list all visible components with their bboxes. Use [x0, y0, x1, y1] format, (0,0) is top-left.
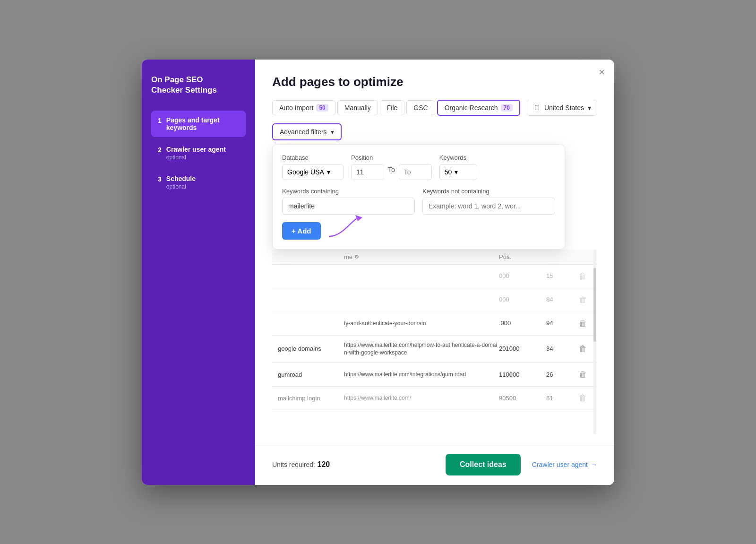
delete-row-button[interactable]: 🗑: [575, 318, 592, 329]
footer-right: Collect ideas Crawler user agent →: [446, 454, 597, 475]
sidebar-item-label-2: Crawler user agent: [166, 146, 226, 153]
sidebar-item-1[interactable]: 1 Pages and target keywords: [151, 111, 246, 137]
advanced-filters-label: Advanced filters: [280, 128, 327, 136]
position-label: Position: [351, 154, 432, 161]
tab-auto-import-label: Auto Import: [279, 104, 313, 112]
scrollbar-track[interactable]: [593, 250, 596, 434]
position-from-input[interactable]: [351, 164, 384, 180]
keywords-label: Keywords: [439, 154, 477, 161]
table-row: mailchimp login https://www.mailerlite.c…: [272, 387, 597, 410]
close-button[interactable]: ×: [599, 67, 605, 78]
keywords-not-containing-group: Keywords not containing: [422, 188, 555, 215]
keywords-not-containing-label: Keywords not containing: [422, 188, 555, 195]
table-row: 000 84 🗑: [272, 288, 597, 312]
sidebar-item-sublabel-3: optional: [166, 183, 196, 190]
country-label: United States: [544, 104, 584, 112]
table-row: fy-and-authenticate-your-domain .000 94 …: [272, 312, 597, 336]
keywords-value: 50: [445, 168, 452, 176]
filter-dropdown: Database Google USA ▾ Position To: [272, 144, 565, 250]
table-header: me ⚙ Pos.: [272, 250, 597, 265]
database-filter-group: Database Google USA ▾: [282, 154, 344, 180]
arrow-annotation: [325, 213, 367, 241]
page-title: Add pages to optimize: [272, 75, 597, 89]
crawler-link-label: Crawler user agent: [532, 461, 588, 468]
tab-file-label: File: [387, 104, 398, 112]
database-value: Google USA: [287, 168, 324, 176]
position-to-label: To: [388, 166, 395, 178]
delete-row-button[interactable]: 🗑: [575, 392, 592, 404]
units-text: Units required:: [272, 461, 315, 468]
sidebar-item-num-1: 1: [158, 117, 162, 124]
tab-auto-import[interactable]: Auto Import 50: [272, 100, 335, 115]
arrow-right-icon: →: [591, 461, 597, 468]
add-button[interactable]: + Add: [282, 222, 321, 240]
chevron-down-icon: ▾: [455, 168, 458, 176]
svg-marker-0: [355, 215, 362, 221]
keywords-containing-group: Keywords containing: [282, 188, 415, 215]
tab-gsc-label: GSC: [413, 104, 428, 112]
keywords-select[interactable]: 50 ▾: [439, 164, 477, 180]
position-filter-group: Position To: [351, 154, 432, 180]
sidebar-item-label-3: Schedule: [166, 175, 196, 182]
filter-row-1: Database Google USA ▾ Position To: [282, 154, 555, 180]
sidebar-item-num-3: 3: [158, 175, 162, 183]
table-area[interactable]: me ⚙ Pos. 000 15 🗑: [272, 250, 597, 434]
modal-wrapper: On Page SEOChecker Settings 1 Pages and …: [142, 60, 614, 485]
tab-organic-research-badge: 70: [501, 104, 513, 112]
sidebar-item-num-2: 2: [158, 146, 162, 154]
table-row: google domains https://www.mailerlite.co…: [272, 336, 597, 363]
sidebar-item-sublabel-2: optional: [166, 154, 226, 161]
col-pos: Pos.: [499, 253, 546, 260]
tab-organic-research-label: Organic Research: [445, 104, 498, 112]
database-select[interactable]: Google USA ▾: [282, 164, 344, 180]
chevron-down-icon: ▾: [331, 128, 334, 136]
sidebar-item-2[interactable]: 2 Crawler user agent optional: [151, 140, 246, 166]
keywords-containing-label: Keywords containing: [282, 188, 415, 195]
database-label: Database: [282, 154, 344, 161]
tab-file[interactable]: File: [380, 100, 405, 115]
sidebar: On Page SEOChecker Settings 1 Pages and …: [142, 60, 255, 485]
position-to-input[interactable]: [399, 164, 432, 180]
keywords-filter-group: Keywords 50 ▾: [439, 154, 477, 180]
tab-auto-import-badge: 50: [316, 104, 328, 112]
tab-manually[interactable]: Manually: [337, 100, 378, 115]
delete-row-button[interactable]: 🗑: [575, 343, 592, 355]
filter-icon: ⚙: [354, 254, 359, 260]
main-content: Add pages to optimize Auto Import 50 Man…: [255, 60, 614, 446]
main-panel: × Add pages to optimize Auto Import 50 M…: [255, 60, 614, 485]
collect-ideas-button[interactable]: Collect ideas: [446, 454, 521, 475]
table-row: gumroad https://www.mailerlite.com/integ…: [272, 363, 597, 387]
advanced-filters-button[interactable]: Advanced filters ▾: [272, 123, 342, 140]
keywords-not-containing-input[interactable]: [422, 198, 555, 215]
chevron-down-icon: ▾: [327, 168, 330, 176]
sidebar-item-3[interactable]: 3 Schedule optional: [151, 169, 246, 196]
col-keyword: [278, 253, 344, 260]
table-row: 000 15 🗑: [272, 265, 597, 288]
col-url: me ⚙: [344, 253, 499, 260]
scrollbar-thumb[interactable]: [593, 268, 596, 342]
col-action: [546, 253, 575, 260]
crawler-user-agent-link[interactable]: Crawler user agent →: [532, 461, 597, 468]
tab-gsc[interactable]: GSC: [406, 100, 435, 115]
delete-row-button[interactable]: 🗑: [575, 294, 592, 306]
filter-row-2: Keywords containing Keywords not contain…: [282, 188, 555, 215]
tab-organic-research[interactable]: Organic Research 70: [437, 100, 520, 116]
tabs-bar: Auto Import 50 Manually File GSC Organic…: [272, 100, 597, 116]
country-selector[interactable]: 🖥 United States ▾: [527, 100, 597, 116]
footer: Units required: 120 Collect ideas Crawle…: [255, 446, 614, 485]
monitor-icon: 🖥: [533, 104, 541, 112]
delete-row-button[interactable]: 🗑: [575, 270, 592, 282]
sidebar-title: On Page SEOChecker Settings: [151, 75, 246, 95]
tab-manually-label: Manually: [344, 104, 371, 112]
units-value: 120: [318, 460, 330, 468]
delete-row-button[interactable]: 🗑: [575, 369, 592, 380]
units-required: Units required: 120: [272, 460, 330, 469]
chevron-down-icon: ▾: [588, 104, 591, 112]
keywords-containing-input[interactable]: [282, 198, 415, 215]
sidebar-item-label-1: Pages and target keywords: [166, 116, 239, 131]
